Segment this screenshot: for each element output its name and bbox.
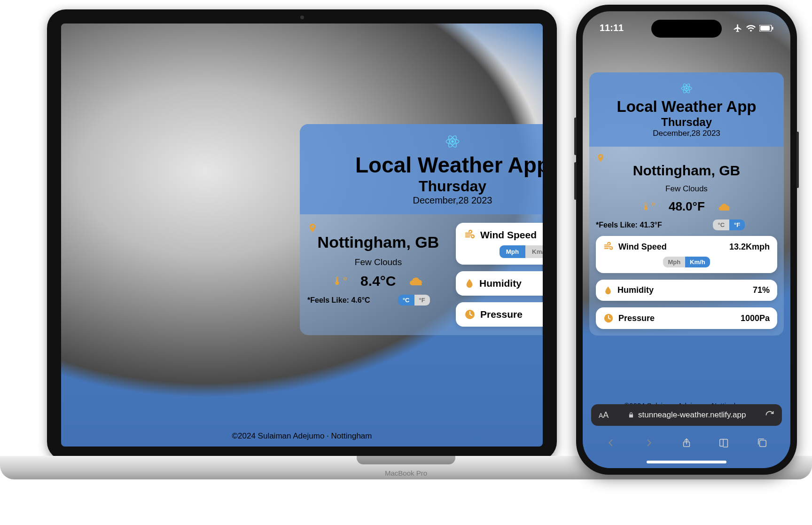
wind-label: Wind Speed	[618, 242, 667, 252]
safari-toolbar	[583, 431, 790, 454]
thermometer-icon: 🌡°	[332, 274, 348, 288]
temperature-row: 🌡° 8.4°C	[307, 273, 449, 289]
pressure-label: Pressure	[618, 313, 655, 323]
phone-screen: 11:11 Local Weather App Thursday Decembe…	[583, 11, 790, 468]
conditions-text: Few Clouds	[307, 257, 449, 267]
app-header: Local Weather App Thursday December,28 2…	[300, 124, 543, 214]
svg-point-8	[686, 87, 687, 89]
app-date: December,28 2023	[304, 195, 543, 206]
lock-icon	[628, 412, 634, 418]
share-button[interactable]	[680, 436, 693, 449]
droplet-icon	[464, 278, 475, 289]
laptop-camera-icon	[300, 16, 304, 19]
thermometer-icon: 🌡°	[641, 201, 656, 213]
wifi-icon	[746, 24, 756, 32]
wind-unit-toggle[interactable]: Mph Km/h	[663, 257, 710, 267]
metrics-panel: Wind Speed 13.2Kmph Mph Km/h	[596, 236, 777, 329]
back-button[interactable]	[604, 436, 617, 449]
feels-like-row: *Feels Like: 41.3°F °C °F	[596, 219, 777, 230]
location-panel: Nottingham, GB Few Clouds 🌡° 8.4°C *Feel…	[307, 223, 449, 327]
footer: ©2024 Sulaiman Adejumo · Nottingham	[61, 431, 543, 441]
pressure-label: Pressure	[480, 309, 523, 320]
app-day: Thursday	[594, 116, 779, 129]
wind-tile: Wind Speed 8.2Mph Mph Km/h	[456, 223, 543, 265]
feels-like-row: *Feels Like: 4.6°C °C °F	[307, 295, 449, 306]
wind-value: 13.2Kmph	[729, 242, 770, 252]
location-pin-icon	[307, 223, 318, 233]
feels-like-label: *Feels Like: 4.6°C	[307, 296, 370, 305]
app-title: Local Weather App	[594, 98, 779, 116]
unit-mph-button[interactable]: Mph	[663, 257, 685, 267]
droplet-icon	[603, 286, 613, 295]
unit-fahrenheit-button[interactable]: °F	[729, 219, 745, 230]
phone-power-button	[796, 132, 799, 188]
refresh-button[interactable]	[765, 410, 774, 420]
unit-fahrenheit-button[interactable]: °F	[414, 295, 430, 306]
wind-icon	[464, 229, 476, 241]
laptop-bezel: Local Weather App Thursday December,28 2…	[47, 9, 557, 461]
temperature-value: 48.0°F	[669, 199, 705, 214]
phone-volume-down	[574, 162, 577, 200]
dynamic-island	[651, 20, 722, 38]
weather-app-card-mobile: Local Weather App Thursday December,28 2…	[589, 72, 784, 336]
app-title: Local Weather App	[304, 152, 543, 178]
laptop-screen: Local Weather App Thursday December,28 2…	[61, 24, 543, 447]
phone-volume-up	[574, 118, 577, 155]
metrics-panel: Wind Speed 8.2Mph Mph Km/h	[456, 223, 543, 327]
svg-rect-14	[759, 440, 766, 447]
app-header: Local Weather App Thursday December,28 2…	[589, 72, 784, 147]
location-pin-icon	[596, 153, 605, 163]
conditions-text: Few Clouds	[596, 184, 777, 194]
location-name: Nottingham, GB	[596, 163, 777, 179]
status-time: 11:11	[600, 23, 624, 33]
pressure-tile: Pressure 1000Pa	[596, 307, 777, 329]
svg-rect-7	[772, 27, 773, 30]
humidity-tile: Humidity 77%	[456, 271, 543, 296]
unit-celsius-button[interactable]: °C	[398, 295, 414, 306]
airplane-mode-icon	[733, 24, 742, 33]
weather-app-card-desktop: Local Weather App Thursday December,28 2…	[300, 124, 543, 335]
bookmarks-button[interactable]	[718, 436, 731, 449]
temp-unit-toggle[interactable]: °C °F	[713, 219, 745, 230]
location-name: Nottingham, GB	[307, 233, 449, 251]
unit-kmh-button[interactable]: Km/h	[685, 257, 710, 267]
pressure-value: 1000Pa	[741, 313, 770, 323]
tabs-button[interactable]	[756, 436, 769, 449]
unit-celsius-button[interactable]: °C	[713, 219, 729, 230]
humidity-label: Humidity	[479, 278, 522, 289]
url-text: stunneagle-weather.netlify.app	[638, 410, 746, 420]
forward-button[interactable]	[642, 436, 656, 449]
safari-url-bar[interactable]: AA stunneagle-weather.netlify.app	[591, 404, 782, 426]
location-panel: Nottingham, GB Few Clouds 🌡° 48.0°F *Fee…	[596, 153, 777, 230]
app-body: Nottingham, GB Few Clouds 🌡° 8.4°C *Feel…	[300, 214, 543, 335]
unit-kmh-button[interactable]: Km/h	[525, 245, 543, 258]
react-icon	[681, 83, 692, 94]
pressure-tile: Pressure 1000Pa	[456, 302, 543, 327]
temperature-value: 8.4°C	[360, 273, 396, 289]
svg-point-0	[451, 140, 453, 142]
refresh-icon	[765, 410, 774, 420]
reader-mode-button[interactable]: AA	[599, 410, 609, 420]
cloud-icon	[718, 202, 732, 212]
battery-icon	[759, 25, 773, 31]
unit-mph-button[interactable]: Mph	[500, 245, 525, 258]
copyright-text: ©2024 Sulaiman Adejumo · Nottingham	[232, 431, 372, 440]
gauge-icon	[603, 313, 614, 323]
wind-icon	[603, 242, 614, 252]
temp-unit-toggle[interactable]: °C °F	[398, 295, 430, 306]
laptop-hinge-notch	[357, 456, 455, 464]
humidity-tile: Humidity 71%	[596, 280, 777, 301]
feels-like-label: *Feels Like: 41.3°F	[596, 221, 662, 229]
temperature-row: 🌡° 48.0°F	[596, 199, 777, 214]
wind-tile: Wind Speed 13.2Kmph Mph Km/h	[596, 236, 777, 273]
humidity-label: Humidity	[617, 285, 654, 295]
wind-label: Wind Speed	[480, 229, 537, 241]
wind-unit-toggle[interactable]: Mph Km/h	[500, 245, 543, 258]
cloud-icon	[409, 275, 425, 287]
svg-rect-6	[760, 26, 770, 31]
humidity-value: 71%	[753, 285, 770, 295]
phone-device-mockup: 11:11 Local Weather App Thursday Decembe…	[576, 5, 797, 475]
app-day: Thursday	[304, 178, 543, 195]
home-indicator[interactable]	[647, 461, 726, 463]
react-icon	[445, 134, 460, 149]
